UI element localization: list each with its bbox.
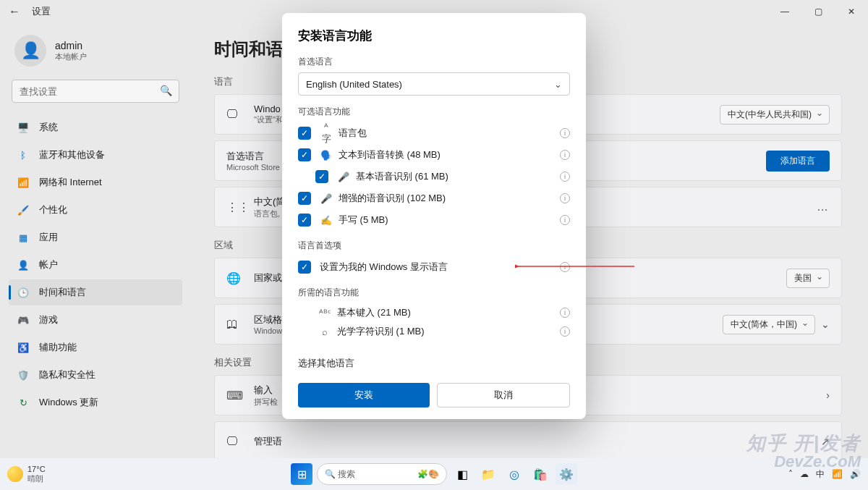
checkbox-checked-icon[interactable]: ✓ bbox=[315, 170, 328, 183]
feature-icon: ✍️ bbox=[320, 215, 333, 226]
tray-onedrive-icon[interactable]: ☁ bbox=[800, 469, 809, 479]
feature-icon: ⌕ bbox=[318, 326, 331, 337]
primary-language-select[interactable]: English (United States) bbox=[298, 72, 570, 96]
weather-icon bbox=[7, 466, 23, 482]
checkbox-checked-icon[interactable]: ✓ bbox=[298, 214, 311, 227]
optional-features-label: 可选语言功能 bbox=[298, 106, 570, 118]
checkbox-checked-icon[interactable]: ✓ bbox=[298, 148, 311, 161]
checkbox-checked-icon[interactable]: ✓ bbox=[298, 127, 311, 140]
taskbar-weather[interactable]: 17°C 晴朗 bbox=[7, 465, 46, 484]
system-tray[interactable]: ˄ ☁ 中 📶 🔊 bbox=[788, 468, 861, 481]
task-view-button[interactable]: ◧ bbox=[451, 463, 473, 485]
checkbox-checked-icon[interactable]: ✓ bbox=[298, 192, 311, 205]
install-language-dialog: 安装语言功能 首选语言 English (United States) 可选语言… bbox=[282, 13, 586, 419]
info-icon[interactable]: i bbox=[560, 308, 570, 318]
feature-icon: 🎤 bbox=[337, 172, 350, 182]
file-explorer-button[interactable]: 📁 bbox=[477, 463, 499, 485]
opt-row-1[interactable]: ✓🗣️文本到语音转换 (48 MB)i bbox=[298, 144, 570, 166]
taskbar: 17°C 晴朗 ⊞ 🔍 搜索🧩🎨 ◧ 📁 ◎ 🛍️ ⚙️ ˄ ☁ 中 📶 🔊 bbox=[0, 458, 868, 490]
req-row-1: ⌕光学字符识别 (1 MB)i bbox=[298, 322, 570, 341]
opt-row-3[interactable]: ✓🎤增强的语音识别 (102 MB)i bbox=[298, 187, 570, 209]
language-pref-label: 语言首选项 bbox=[298, 240, 570, 252]
feature-icon: ᴬ字 bbox=[320, 122, 333, 145]
dialog-title: 安装语言功能 bbox=[298, 28, 570, 44]
install-button[interactable]: 安装 bbox=[298, 383, 430, 407]
choose-other-language-link[interactable]: 选择其他语言 bbox=[298, 357, 570, 370]
info-icon[interactable]: i bbox=[560, 128, 570, 138]
feature-icon: 🗣️ bbox=[320, 150, 333, 161]
info-icon[interactable]: i bbox=[560, 150, 570, 160]
info-icon[interactable]: i bbox=[560, 326, 570, 337]
feature-icon: 🎤 bbox=[320, 193, 333, 204]
edge-button[interactable]: ◎ bbox=[503, 463, 525, 485]
store-button[interactable]: 🛍️ bbox=[529, 463, 551, 485]
info-icon[interactable]: i bbox=[560, 262, 570, 272]
tray-volume-icon[interactable]: 🔊 bbox=[850, 469, 861, 479]
checkbox-checked-icon[interactable]: ✓ bbox=[298, 261, 311, 274]
tray-chevron-icon[interactable]: ˄ bbox=[788, 469, 793, 479]
tray-network-icon[interactable]: 📶 bbox=[832, 469, 843, 479]
opt-row-4[interactable]: ✓✍️手写 (5 MB)i bbox=[298, 209, 570, 231]
opt-row-0[interactable]: ✓ᴬ字语言包i bbox=[298, 122, 570, 144]
tray-language-icon[interactable]: 中 bbox=[816, 468, 825, 481]
req-row-0: ᴬᴮᶜ基本键入 (21 MB)i bbox=[298, 303, 570, 322]
taskbar-search[interactable]: 🔍 搜索🧩🎨 bbox=[317, 463, 447, 485]
settings-taskbar-button[interactable]: ⚙️ bbox=[556, 463, 577, 485]
opt-row-2[interactable]: ✓🎤基本语音识别 (61 MB)i bbox=[298, 166, 570, 187]
opt-set-display-language[interactable]: ✓ 设置为我的 Windows 显示语言 i bbox=[298, 256, 570, 278]
info-icon[interactable]: i bbox=[560, 193, 570, 203]
info-icon[interactable]: i bbox=[560, 172, 570, 182]
required-features-label: 所需的语言功能 bbox=[298, 287, 570, 299]
info-icon[interactable]: i bbox=[560, 215, 570, 225]
cancel-button[interactable]: 取消 bbox=[437, 383, 570, 407]
start-button[interactable]: ⊞ bbox=[291, 463, 312, 485]
feature-icon: ᴬᴮᶜ bbox=[318, 308, 331, 318]
primary-language-label: 首选语言 bbox=[298, 56, 570, 68]
